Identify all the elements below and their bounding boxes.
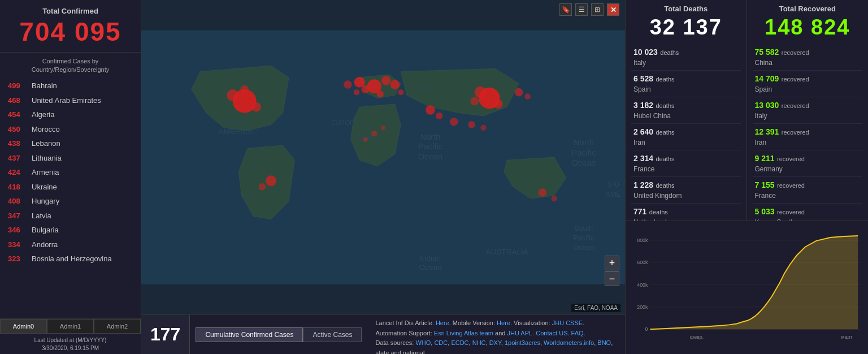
country-count: 454	[8, 109, 28, 120]
svg-point-44	[552, 196, 557, 201]
admin-tabs: Admin0 Admin1 Admin2	[0, 318, 141, 334]
mobile-link[interactable]: Here	[497, 320, 510, 326]
nhc-link[interactable]: NHC	[472, 339, 486, 346]
map-container[interactable]: 🔖 ☰ ⊞ ✕ North Pacific Ocean North	[141, 0, 625, 314]
country-name: Ukraine	[32, 182, 57, 193]
svg-point-22	[381, 76, 391, 85]
tab-cumulative[interactable]: Cumulative Confirmed Cases	[196, 327, 303, 342]
admin-tab-1[interactable]: Admin1	[47, 319, 94, 334]
1p3a-link[interactable]: 1point3acres	[505, 339, 540, 346]
cdc-link[interactable]: CDC	[434, 339, 448, 346]
lancet-link[interactable]: Here	[436, 320, 449, 326]
chart-area: 800k 600k 400k 200k 0 февр. март	[626, 221, 868, 354]
jhu-link[interactable]: JHU CSSE	[552, 320, 583, 326]
svg-point-49	[381, 126, 385, 130]
recovered-list-item: 9 211 recoveredGermany	[753, 150, 863, 177]
deaths-panel: Total Deaths 32 137 10 023 deathsItaly6 …	[626, 0, 747, 221]
worldometers-link[interactable]: Worldometers.info	[544, 339, 594, 346]
country-count: 334	[8, 239, 28, 251]
list-item[interactable]: 323Bosnia and Herzegovina	[0, 252, 141, 266]
list-item[interactable]: 437Lithuania	[0, 151, 141, 166]
list-item[interactable]: 438Lebanon	[0, 136, 141, 151]
recovered-list: 75 582 recoveredChina14 709 recoveredSpa…	[753, 44, 863, 230]
list-item[interactable]: 346Bulgaria	[0, 223, 141, 238]
zoom-in-button[interactable]: +	[605, 256, 619, 270]
svg-point-32	[470, 97, 479, 106]
svg-text:Ocean: Ocean	[571, 158, 596, 167]
list-item[interactable]: 468United Arab Emirates	[0, 93, 141, 108]
country-count: 346	[8, 225, 28, 236]
deaths-list-item: 1 228 deathsUnited Kingdom	[631, 177, 741, 204]
admin-tab-0[interactable]: Admin0	[0, 319, 47, 334]
svg-point-38	[227, 89, 238, 101]
svg-point-34	[436, 113, 443, 120]
bno-link[interactable]: BNO	[597, 339, 611, 346]
country-name: Hungary	[32, 196, 59, 207]
svg-point-46	[525, 93, 531, 99]
contact-link[interactable]: Contact US	[536, 330, 567, 336]
svg-text:Ocean: Ocean	[573, 244, 594, 252]
svg-point-23	[361, 85, 370, 94]
list-item[interactable]: 450Morocco	[0, 122, 141, 137]
last-updated-label: Last Updated at (M/D/YYYY)	[5, 336, 136, 344]
grid-icon[interactable]: ⊞	[591, 3, 604, 16]
admin-tab-2[interactable]: Admin2	[94, 319, 141, 334]
bookmark-icon[interactable]: 🔖	[559, 3, 572, 16]
list-item[interactable]: 334Andorra	[0, 238, 141, 252]
svg-point-41	[266, 175, 276, 186]
list-item[interactable]: 499Bahrain	[0, 79, 141, 93]
right-panel: Total Deaths 32 137 10 023 deathsItaly6 …	[625, 0, 868, 354]
country-name: Bosnia and Herzegovina	[32, 253, 112, 265]
dxy-link[interactable]: DXY	[489, 339, 501, 346]
ecdc-link[interactable]: ECDC	[451, 339, 468, 346]
recovered-title: Total Recovered	[753, 5, 863, 13]
tab-active[interactable]: Active Cases	[303, 327, 362, 342]
deaths-list: 10 023 deathsItaly6 528 deathsSpain3 182…	[631, 44, 741, 230]
country-list: 499Bahrain468United Arab Emirates454Alge…	[0, 76, 141, 318]
deaths-list-item: 3 182 deathsHubei China	[631, 97, 741, 124]
svg-text:Indian: Indian	[420, 254, 441, 262]
jhu-apl-link[interactable]: JHU APL	[507, 330, 532, 336]
svg-text:South: South	[575, 225, 593, 232]
list-item[interactable]: 418Ukraine	[0, 180, 141, 195]
list-icon[interactable]: ☰	[575, 3, 588, 16]
svg-text:North: North	[574, 138, 594, 147]
close-icon[interactable]: ✕	[607, 3, 619, 16]
faq-link[interactable]: FAQ	[571, 330, 584, 336]
list-item[interactable]: 408Hungary	[0, 194, 141, 209]
svg-text:800k: 800k	[637, 238, 648, 243]
zoom-out-button[interactable]: −	[605, 271, 619, 286]
countries-count-box: 177	[141, 315, 190, 354]
svg-point-48	[363, 137, 368, 142]
right-top: Total Deaths 32 137 10 023 deathsItaly6 …	[626, 0, 868, 221]
svg-point-36	[480, 125, 486, 131]
svg-text:North: North	[420, 132, 441, 141]
country-name: Andorra	[32, 239, 58, 251]
recovered-list-item: 12 391 recoveredIran	[753, 124, 863, 150]
svg-text:200k: 200k	[637, 304, 648, 310]
country-count: 418	[8, 182, 28, 193]
world-map-svg: North Pacific Ocean North Pacific Ocean …	[141, 0, 625, 314]
list-item[interactable]: 454Algeria	[0, 107, 141, 122]
list-item[interactable]: 424Armenia	[0, 165, 141, 180]
esri-link[interactable]: Esri Living Atlas team	[434, 330, 493, 336]
map-top-icons: 🔖 ☰ ⊞ ✕	[559, 3, 619, 16]
svg-text:NORTH: NORTH	[222, 118, 249, 127]
svg-point-28	[354, 89, 359, 95]
country-count: 323	[8, 253, 28, 265]
recovered-list-item: 7 155 recoveredFrance	[753, 177, 863, 204]
list-item[interactable]: 347Latvia	[0, 209, 141, 223]
left-panel: Total Confirmed 704 095 Confirmed Cases …	[0, 0, 141, 354]
map-tabs: Cumulative Confirmed Cases Active Cases	[190, 315, 367, 354]
svg-point-50	[450, 118, 458, 126]
country-count: 450	[8, 124, 28, 135]
deaths-list-item: 10 023 deathsItaly	[631, 44, 741, 71]
who-link[interactable]: WHO	[415, 339, 431, 346]
recovered-total: 148 824	[753, 15, 863, 40]
chart-svg: 800k 600k 400k 200k 0 февр. март	[630, 225, 863, 351]
total-confirmed-box: Total Confirmed 704 095	[0, 0, 141, 53]
recovered-list-item: 75 582 recoveredChina	[753, 44, 863, 71]
country-count: 408	[8, 196, 28, 207]
deaths-list-item: 2 640 deathsIran	[631, 124, 741, 150]
country-name: Morocco	[32, 124, 60, 135]
